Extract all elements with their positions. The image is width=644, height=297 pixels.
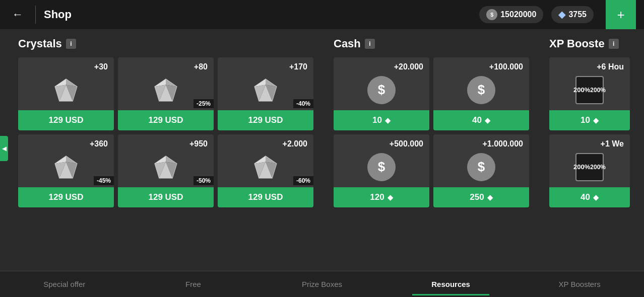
crystal-amount-6: +2.000 xyxy=(283,139,307,148)
cash-grid: +20.000 $ 10 ◆ +100.000 $ xyxy=(334,57,529,207)
diamond-icon-2 xyxy=(153,77,179,103)
crystal-item-5[interactable]: +950 -50% xyxy=(118,134,214,207)
diamond-icon-5 xyxy=(153,154,179,180)
crystal-amount-5: +950 xyxy=(189,139,208,148)
cash-amount-2: +100.000 xyxy=(489,62,523,71)
crystal-price-6[interactable]: 129 USD xyxy=(218,187,313,207)
xp-info-icon[interactable]: i xyxy=(609,39,619,49)
page-title: Shop xyxy=(44,8,471,21)
dollar-icon-2: $ xyxy=(467,76,495,104)
discount-badge-3: -40% xyxy=(293,99,313,108)
discount-badge-2: -25% xyxy=(194,99,214,108)
crystal-item-6[interactable]: +2.000 -60% xyxy=(218,134,313,207)
diamond-icon-header: ◆ xyxy=(558,9,565,20)
xp-section: XP Booste i +6 Hou 200% 10 ◆ xyxy=(549,37,630,267)
gem-inline-3: ◆ xyxy=(388,193,393,201)
coin-icon: $ xyxy=(486,9,497,20)
crystal-price-3[interactable]: 129 USD xyxy=(218,110,313,130)
crystal-amount-3: +170 xyxy=(289,62,307,71)
discount-badge-6: -60% xyxy=(293,176,313,185)
crystal-price-4[interactable]: 129 USD xyxy=(18,187,114,207)
xp-item-2[interactable]: +1 We 200% 40 ◆ xyxy=(549,134,630,207)
gem-inline-1: ◆ xyxy=(385,116,391,124)
cash-item-1[interactable]: +20.000 $ 10 ◆ xyxy=(334,57,429,130)
crystal-price-2[interactable]: 129 USD xyxy=(118,110,214,130)
crystal-price-5[interactable]: 129 USD xyxy=(118,187,214,207)
cash-item-2[interactable]: +100.000 $ 40 ◆ xyxy=(433,57,529,130)
crystal-price-1[interactable]: 129 USD xyxy=(18,110,114,130)
back-button[interactable]: ← xyxy=(8,6,27,23)
cash-info-icon[interactable]: i xyxy=(365,39,375,49)
xp-price-2[interactable]: 40 ◆ xyxy=(549,187,630,207)
crystal-item-1[interactable]: +30 129 xyxy=(18,57,114,130)
discount-badge-4: -45% xyxy=(94,176,114,185)
xp-amount-1: +6 Hou xyxy=(597,62,624,71)
crystals-grid: +30 129 xyxy=(18,57,313,207)
xp-amount-2: +1 We xyxy=(601,139,624,148)
shop-content: ◀ Crystals i +30 xyxy=(0,29,644,271)
cash-section: Cash i +20.000 $ 10 ◆ xyxy=(334,37,529,267)
cash-price-1[interactable]: 10 ◆ xyxy=(334,110,429,130)
cash-price-3[interactable]: 120 ◆ xyxy=(334,187,429,207)
diamonds-amount: 3755 xyxy=(568,10,587,19)
discount-badge-5: -50% xyxy=(194,176,214,185)
xp-icon-2: 200% xyxy=(575,153,604,181)
dollar-icon-3: $ xyxy=(367,153,396,181)
xp-header: XP Booste i xyxy=(549,37,630,50)
nav-prize-boxes[interactable]: Prize Boxes xyxy=(257,273,387,295)
nav-xp-boosters[interactable]: XP Boosters xyxy=(515,273,644,295)
crystals-info-icon[interactable]: i xyxy=(66,39,76,49)
gem-inline-xp1: ◆ xyxy=(593,116,599,124)
dollar-icon-4: $ xyxy=(467,153,495,181)
xp-price-1[interactable]: 10 ◆ xyxy=(549,110,630,130)
xp-label: XP Booste xyxy=(549,37,605,50)
xp-icon-1: 200% xyxy=(575,76,604,104)
cash-label: Cash xyxy=(334,37,361,50)
cash-amount-4: +1.000.000 xyxy=(482,139,523,148)
bottom-nav: Special offer Free Prize Boxes Resources… xyxy=(0,271,644,297)
diamonds-balance: ◆ 3755 xyxy=(551,6,594,23)
xp-item-1[interactable]: +6 Hou 200% 10 ◆ xyxy=(549,57,630,130)
diamond-icon-6 xyxy=(252,154,279,180)
crystal-item-4[interactable]: +360 -45% xyxy=(18,134,114,207)
diamond-icon-3 xyxy=(252,77,279,103)
cash-item-3[interactable]: +500.000 $ 120 ◆ xyxy=(334,134,429,207)
diamond-icon-1 xyxy=(53,77,79,103)
nav-special-offer[interactable]: Special offer xyxy=(0,273,129,295)
crystal-amount-4: +360 xyxy=(90,139,108,148)
diamond-icon-4 xyxy=(53,154,79,180)
add-button[interactable]: + xyxy=(606,0,636,29)
xp-grid: +6 Hou 200% 10 ◆ +1 We 200% xyxy=(549,57,630,207)
crystals-section: Crystals i +30 xyxy=(18,37,313,267)
cash-balance: $ 15020000 xyxy=(479,6,543,23)
crystal-item-2[interactable]: +80 -25% xyxy=(118,57,214,130)
crystals-label: Crystals xyxy=(18,37,62,50)
dollar-icon-1: $ xyxy=(367,76,396,104)
cash-amount-3: +500.000 xyxy=(390,139,423,148)
cash-price-2[interactable]: 40 ◆ xyxy=(433,110,529,130)
crystals-header: Crystals i xyxy=(18,37,313,50)
cash-price-4[interactable]: 250 ◆ xyxy=(433,187,529,207)
gem-inline-4: ◆ xyxy=(487,193,493,201)
cash-amount: 15020000 xyxy=(500,10,536,19)
cash-header: Cash i xyxy=(334,37,529,50)
crystal-amount-1: +30 xyxy=(94,62,108,71)
cash-amount-1: +20.000 xyxy=(394,62,423,71)
nav-free[interactable]: Free xyxy=(129,273,258,295)
gem-inline-2: ◆ xyxy=(485,116,490,124)
main-content: ◀ Crystals i +30 xyxy=(0,29,644,297)
crystal-amount-2: +80 xyxy=(194,62,208,71)
header-divider xyxy=(35,6,36,24)
nav-resources[interactable]: Resources xyxy=(387,273,516,295)
scroll-left-hint: ◀ xyxy=(0,136,8,161)
crystal-item-3[interactable]: +170 -40% xyxy=(218,57,313,130)
header: ← Shop $ 15020000 ◆ 3755 + xyxy=(0,0,644,29)
gem-inline-xp2: ◆ xyxy=(593,193,599,201)
cash-item-4[interactable]: +1.000.000 $ 250 ◆ xyxy=(433,134,529,207)
